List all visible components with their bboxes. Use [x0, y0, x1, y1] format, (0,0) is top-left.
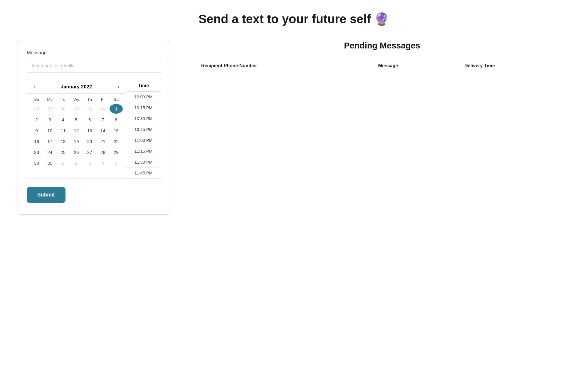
form-panel: Message: ‹ January 2022 › Su Mo Tu We — [18, 41, 170, 215]
calendar-day[interactable]: 8 — [110, 115, 123, 125]
calendar-day[interactable]: 5 — [110, 158, 123, 168]
page-title: Send a text to your future self 🔮 — [18, 12, 570, 26]
time-section: Time 10:00 PM10:15 PM10:30 PM10:45 PM11:… — [126, 79, 161, 179]
calendar-section: ‹ January 2022 › Su Mo Tu We Th Fr Sa — [27, 79, 126, 179]
calendar-days: 2627282930311234567891011121314151617181… — [30, 104, 123, 168]
calendar-day[interactable]: 29 — [110, 147, 123, 157]
day-header-sa: Sa — [110, 96, 123, 103]
calendar-day[interactable]: 30 — [30, 158, 43, 168]
month-year-label: January 2022 — [61, 84, 92, 90]
calendar-day[interactable]: 25 — [56, 147, 70, 157]
calendar-day[interactable]: 14 — [96, 126, 110, 135]
calendar-day[interactable]: 1 — [56, 158, 70, 168]
calendar-day[interactable]: 31 — [96, 104, 110, 114]
page-header: Send a text to your future self 🔮 — [18, 12, 570, 26]
day-header-th: Th — [83, 96, 96, 103]
calendar-day[interactable]: 28 — [96, 147, 110, 157]
day-header-mo: Mo — [43, 96, 56, 103]
calendar-day[interactable]: 6 — [83, 115, 96, 125]
calendar-day[interactable]: 29 — [70, 104, 83, 114]
calendar-time-wrapper: ‹ January 2022 › Su Mo Tu We Th Fr Sa — [27, 79, 161, 179]
calendar-day[interactable]: 21 — [96, 137, 110, 146]
submit-button[interactable]: Submit — [27, 187, 65, 203]
calendar-day[interactable]: 12 — [70, 126, 83, 135]
message-input[interactable] — [27, 59, 161, 73]
time-slot[interactable]: 11:45 PM — [126, 168, 161, 179]
time-header: Time — [126, 79, 161, 92]
calendar-day[interactable]: 13 — [83, 126, 96, 135]
time-slot[interactable]: 10:30 PM — [126, 113, 161, 124]
time-list[interactable]: 10:00 PM10:15 PM10:30 PM10:45 PM11:00 PM… — [126, 92, 161, 179]
calendar-day[interactable]: 7 — [96, 115, 110, 125]
col-phone: Recipient Phone Number — [194, 58, 371, 74]
calendar-day[interactable]: 11 — [56, 126, 70, 135]
calendar-day[interactable]: 18 — [56, 137, 70, 146]
time-slot[interactable]: 11:15 PM — [126, 146, 161, 157]
calendar-day[interactable]: 31 — [43, 158, 56, 168]
calendar-day[interactable]: 9 — [30, 126, 43, 135]
calendar-day[interactable]: 10 — [43, 126, 56, 135]
time-slot[interactable]: 11:30 PM — [126, 157, 161, 168]
calendar-day[interactable]: 1 — [110, 104, 123, 114]
calendar-day[interactable]: 5 — [70, 115, 83, 125]
calendar-day[interactable]: 20 — [83, 137, 96, 146]
time-slot[interactable]: 11:00 PM — [126, 135, 161, 146]
day-header-fr: Fr — [96, 96, 110, 103]
calendar-day[interactable]: 4 — [96, 158, 110, 168]
calendar-day[interactable]: 19 — [70, 137, 83, 146]
pending-title: Pending Messages — [194, 41, 570, 51]
time-slot[interactable]: 10:00 PM — [126, 92, 161, 103]
pending-panel: Pending Messages Recipient Phone Number … — [194, 41, 570, 74]
next-month-button[interactable]: › — [116, 83, 121, 90]
calendar-day[interactable]: 24 — [43, 147, 56, 157]
calendar-grid: Su Mo Tu We Th Fr Sa 2627282930311234567… — [27, 94, 126, 172]
day-header-su: Su — [30, 96, 43, 103]
calendar-day[interactable]: 26 — [70, 147, 83, 157]
calendar-day[interactable]: 2 — [70, 158, 83, 168]
time-slot[interactable]: 10:45 PM — [126, 124, 161, 135]
calendar-day[interactable]: 27 — [43, 104, 56, 114]
calendar-day[interactable]: 16 — [30, 137, 43, 146]
calendar-day[interactable]: 26 — [30, 104, 43, 114]
calendar-day[interactable]: 3 — [43, 115, 56, 125]
calendar-day[interactable]: 28 — [56, 104, 70, 114]
time-slot[interactable]: 10:15 PM — [126, 103, 161, 113]
col-message: Message — [371, 58, 457, 74]
calendar-day[interactable]: 27 — [83, 147, 96, 157]
pending-table: Recipient Phone Number Message Delivery … — [194, 58, 570, 74]
main-layout: Message: ‹ January 2022 › Su Mo Tu We — [18, 41, 570, 215]
day-header-we: We — [70, 96, 83, 103]
calendar-day[interactable]: 17 — [43, 137, 56, 146]
col-delivery: Delivery Time — [457, 58, 570, 74]
calendar-day[interactable]: 2 — [30, 115, 43, 125]
calendar-day[interactable]: 22 — [110, 137, 123, 146]
prev-month-button[interactable]: ‹ — [32, 83, 37, 90]
calendar-header: ‹ January 2022 › — [27, 79, 126, 94]
day-header-tu: Tu — [56, 96, 70, 103]
message-label: Message: — [27, 50, 161, 56]
calendar-day[interactable]: 4 — [56, 115, 70, 125]
calendar-day[interactable]: 23 — [30, 147, 43, 157]
day-headers: Su Mo Tu We Th Fr Sa — [30, 96, 123, 103]
table-header-row: Recipient Phone Number Message Delivery … — [194, 58, 570, 74]
calendar-day[interactable]: 30 — [83, 104, 96, 114]
calendar-day[interactable]: 3 — [83, 158, 96, 168]
calendar-day[interactable]: 15 — [110, 126, 123, 135]
